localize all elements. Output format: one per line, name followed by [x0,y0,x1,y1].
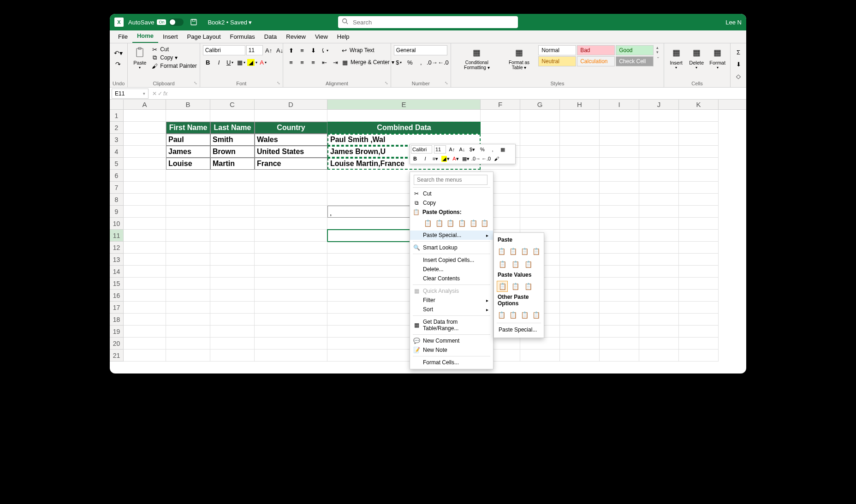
alignment-dialog-launcher[interactable]: ⤡ [384,80,389,86]
redo-button[interactable]: ↷ [113,59,124,69]
mini-size-input[interactable] [434,145,446,154]
ctx-filter[interactable]: Filter▸ [410,296,493,305]
col-E[interactable]: E [327,100,481,109]
cell-C2[interactable]: Last Name [210,122,255,134]
ctx-sort[interactable]: Sort▸ [410,305,493,314]
ctx-smart-lookup[interactable]: 🔍Smart Lookup [410,243,493,252]
row-12[interactable]: 12 [110,242,124,254]
col-B[interactable]: B [166,100,210,109]
autosum-button[interactable]: Σ [733,47,743,57]
tab-review[interactable]: Review [281,31,310,43]
tab-page-layout[interactable]: Page Layout [183,31,226,43]
col-H[interactable]: H [560,100,600,109]
fill-color-button[interactable]: ◢ [247,57,257,67]
font-name-input[interactable] [203,45,245,55]
tab-help[interactable]: Help [333,31,354,43]
italic-button[interactable]: I [214,57,224,67]
paste-picture[interactable]: 📋 [520,309,529,320]
mini-align[interactable]: ≡▾ [431,154,440,163]
paste-option-link[interactable]: 📋 [480,218,489,229]
mini-border[interactable]: ▦▾ [462,154,470,163]
paste-no-borders[interactable]: 📋 [497,259,508,270]
align-right-button[interactable]: ≡ [308,57,318,67]
accounting-format-button[interactable]: $ [394,57,404,67]
align-left-button[interactable]: ≡ [286,57,296,67]
tab-view[interactable]: View [310,31,333,43]
row-7[interactable]: 7 [110,182,124,194]
paste-link[interactable]: 📋 [508,309,518,320]
enter-formula-icon[interactable]: ✓ [158,90,162,97]
paste-values-only[interactable]: 📋 [497,281,508,292]
row-4[interactable]: 4 [110,146,124,158]
style-check-cell[interactable]: Check Cell [616,56,654,66]
paste-all[interactable]: 📋 [497,246,506,257]
paste-option-formatting[interactable]: 📋 [469,218,478,229]
col-F[interactable]: F [481,100,520,109]
cell-C5[interactable]: Martin [210,158,255,170]
decrease-indent-button[interactable]: ⇤ [319,57,329,67]
mini-comma[interactable]: , [488,145,497,154]
search-input[interactable] [338,16,518,28]
format-cells-button[interactable]: ▦Format▾ [707,45,727,71]
paste-formulas[interactable]: 📋 [508,246,518,257]
paste-values-number-fmt[interactable]: 📋 [510,281,521,292]
row-16[interactable]: 16 [110,290,124,302]
ctx-get-data[interactable]: ▦Get Data from Table/Range... [410,317,493,333]
style-calculation[interactable]: Calculation [577,56,615,66]
clear-button[interactable]: ◇ [733,71,743,81]
mini-fill-color[interactable]: ◢▾ [441,154,450,163]
paste-transpose[interactable]: 📋 [523,259,534,270]
mini-increase-font[interactable]: A↑ [448,145,456,154]
select-all-corner[interactable] [110,100,124,109]
ctx-delete[interactable]: Delete... [410,265,493,274]
row-6[interactable]: 6 [110,170,124,182]
ctx-copy[interactable]: ⧉Copy [410,198,493,208]
align-middle-button[interactable]: ≡ [297,45,307,55]
ctx-cut[interactable]: ✂Cut [410,189,493,198]
paste-values-source-fmt[interactable]: 📋 [523,281,534,292]
row-2[interactable]: 2 [110,122,124,134]
increase-indent-button[interactable]: ⇥ [330,57,340,67]
row-1[interactable]: 1 [110,110,124,122]
ctx-paste-special[interactable]: Paste Special...▸ [410,231,493,240]
row-14[interactable]: 14 [110,266,124,278]
merge-center-button[interactable]: ▦Merge & Center ▾ [341,58,394,66]
mini-italic[interactable]: I [421,154,429,163]
paste-option-formulas[interactable]: 📋 [446,218,455,229]
submenu-paste-special[interactable]: Paste Special... [497,325,541,335]
mini-decrease-font[interactable]: A↓ [458,145,466,154]
format-as-table-button[interactable]: ▦ Format as Table ▾ [502,45,536,71]
cell-E2[interactable]: Combined Data [327,122,481,134]
comma-format-button[interactable]: , [416,57,426,67]
underline-button[interactable]: U [225,57,235,67]
bold-button[interactable]: B [203,57,213,67]
cell-B3[interactable]: Paul [166,134,210,146]
font-dialog-launcher[interactable]: ⤡ [276,80,281,86]
col-J[interactable]: J [639,100,679,109]
font-color-button[interactable]: A [258,57,268,67]
styles-expand[interactable]: ⌄ [656,54,660,59]
ctx-clear-contents[interactable]: Clear Contents [410,274,493,283]
save-button[interactable] [189,18,198,27]
col-A[interactable]: A [124,100,166,109]
copy-button[interactable]: ⧉Copy ▾ [151,53,196,62]
align-center-button[interactable]: ≡ [297,57,307,67]
paste-formulas-number-fmt[interactable]: 📋 [520,246,529,257]
mini-accounting[interactable]: $▾ [468,145,476,154]
paste-option-transpose[interactable]: 📋 [457,218,467,229]
formula-input[interactable] [169,89,746,99]
ctx-format-cells[interactable]: Format Cells... [410,358,493,367]
mini-font-input[interactable] [411,145,432,154]
format-painter-button[interactable]: 🖌Format Painter [151,62,196,70]
cell-C4[interactable]: Brown [210,146,255,158]
mini-inc-decimal[interactable]: .0→ [472,154,480,163]
mini-format-painter[interactable]: 🖌 [492,154,500,163]
number-format-select[interactable] [394,45,447,55]
row-3[interactable]: 3 [110,134,124,146]
cell-B2[interactable]: First Name [166,122,210,134]
mini-format-cells[interactable]: ▦ [499,145,507,154]
name-box[interactable]: E11▾ [112,89,149,99]
paste-option-paste[interactable]: 📋 [423,218,433,229]
paste-option-values[interactable]: 📋 [434,218,444,229]
col-G[interactable]: G [520,100,560,109]
